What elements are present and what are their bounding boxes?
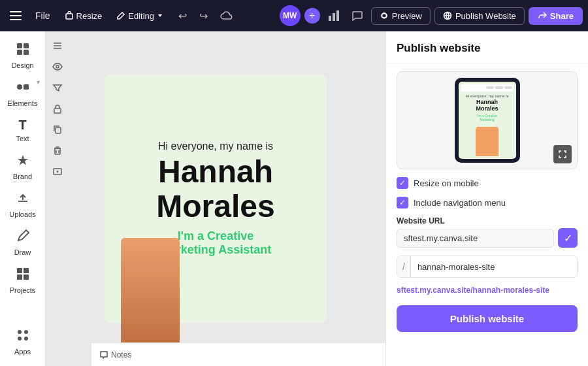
publish-website-action-button[interactable]: Publish website bbox=[397, 305, 578, 332]
expand-preview-button[interactable] bbox=[553, 145, 572, 163]
elements-icon bbox=[16, 80, 30, 97]
panel-body: Hi everyone, my name is Hannah Morales I… bbox=[386, 63, 588, 340]
website-preview-thumbnail: Hi everyone, my name is Hannah Morales I… bbox=[397, 71, 578, 169]
brand-icon bbox=[16, 153, 30, 171]
user-avatar[interactable]: MW bbox=[280, 5, 301, 26]
topbar: File Resize Editing ↩ ↪ MW + bbox=[0, 0, 588, 31]
notes-button[interactable]: Notes bbox=[99, 350, 131, 359]
bottom-bar: Notes Page 1 / 6 64% bbox=[91, 342, 385, 366]
sidebar-item-apps[interactable]: Apps bbox=[2, 323, 44, 361]
design-icon bbox=[16, 42, 30, 59]
draw-icon bbox=[16, 229, 30, 246]
save-status-icon bbox=[217, 6, 237, 25]
full-url-preview: sftest.my.canva.site/hannah-morales-site bbox=[397, 286, 578, 295]
svg-rect-17 bbox=[24, 268, 29, 273]
svg-rect-12 bbox=[17, 50, 22, 55]
svg-rect-18 bbox=[17, 274, 22, 280]
svg-rect-0 bbox=[10, 11, 22, 12]
svg-rect-13 bbox=[24, 50, 29, 55]
svg-rect-10 bbox=[17, 43, 22, 48]
svg-rect-11 bbox=[24, 43, 29, 48]
url-section-label: Website URL bbox=[397, 216, 578, 225]
add-collaborator-button[interactable]: + bbox=[304, 8, 320, 24]
sidebar-item-text[interactable]: T Text bbox=[2, 112, 44, 148]
svg-rect-2 bbox=[10, 19, 22, 20]
panel-title: Publish website bbox=[386, 31, 588, 63]
svg-point-14 bbox=[17, 84, 22, 90]
svg-rect-5 bbox=[333, 13, 335, 21]
svg-point-22 bbox=[18, 337, 22, 341]
sidebar-item-projects[interactable]: Projects bbox=[2, 261, 44, 299]
svg-rect-1 bbox=[10, 15, 22, 16]
url-base-display: sftest.my.canva.site bbox=[397, 229, 554, 248]
tablet-photo bbox=[476, 127, 498, 156]
sidebar-item-elements[interactable]: Elements ▾ bbox=[2, 75, 44, 112]
canvas-area: Hi everyone, my name is Hannah Morales I… bbox=[46, 31, 385, 366]
nav-menu-row[interactable]: ✓ Include navigation menu bbox=[397, 197, 578, 208]
nav-menu-checkbox[interactable]: ✓ bbox=[397, 197, 408, 208]
undo-button[interactable]: ↩ bbox=[172, 6, 192, 25]
text-icon: T bbox=[18, 118, 26, 133]
left-sidebar: Design Elements ▾ T Text Brand bbox=[0, 31, 46, 366]
person-photo bbox=[121, 238, 180, 342]
slug-input-wrapper: / bbox=[397, 256, 578, 278]
slug-input[interactable] bbox=[411, 257, 577, 277]
canvas-name-text: Hannah Morales bbox=[156, 155, 274, 224]
resize-mobile-row[interactable]: ✓ Resize on mobile bbox=[397, 177, 578, 189]
apps-icon bbox=[16, 328, 30, 346]
url-check-button[interactable]: ✓ bbox=[558, 228, 578, 248]
svg-rect-6 bbox=[336, 10, 339, 21]
url-base-row: sftest.my.canva.site ✓ bbox=[397, 228, 578, 248]
projects-icon bbox=[16, 267, 30, 284]
svg-rect-4 bbox=[329, 16, 331, 21]
publish-website-button[interactable]: Publish Website bbox=[434, 7, 525, 25]
tablet-subtitle: I'm a CreativeMarketing bbox=[477, 114, 497, 122]
svg-point-20 bbox=[18, 330, 22, 334]
slug-slash: / bbox=[397, 256, 411, 277]
sidebar-item-draw[interactable]: Draw bbox=[2, 224, 44, 261]
tablet-nav bbox=[461, 84, 514, 92]
undo-redo-group: ↩ ↪ bbox=[172, 6, 213, 25]
sidebar-item-uploads[interactable]: Uploads bbox=[2, 186, 44, 224]
topbar-right: MW + Preview Publish bbox=[280, 5, 583, 26]
uploads-icon bbox=[16, 191, 30, 208]
preview-button[interactable]: Preview bbox=[371, 7, 431, 25]
tablet-screen: Hi everyone, my name is Hannah Morales I… bbox=[459, 82, 516, 159]
url-section: Website URL sftest.my.canva.site ✓ bbox=[397, 216, 578, 248]
resize-mobile-checkbox[interactable]: ✓ bbox=[397, 177, 408, 189]
canvas-content: Hi everyone, my name is Hannah Morales I… bbox=[46, 31, 385, 366]
canvas-intro-text: Hi everyone, my name is bbox=[158, 141, 273, 152]
svg-rect-3 bbox=[66, 14, 73, 19]
file-menu-button[interactable]: File bbox=[30, 8, 56, 24]
comments-icon[interactable] bbox=[348, 6, 367, 25]
tablet-content: Hi everyone, my name is Hannah Morales I… bbox=[463, 92, 511, 124]
menu-button[interactable] bbox=[5, 5, 26, 26]
redo-button[interactable]: ↪ bbox=[193, 6, 213, 25]
svg-point-23 bbox=[24, 337, 28, 341]
svg-rect-16 bbox=[17, 268, 22, 273]
tablet-name: Hannah Morales bbox=[476, 99, 498, 112]
svg-point-21 bbox=[24, 330, 28, 334]
svg-rect-15 bbox=[24, 84, 29, 90]
topbar-left: File Resize Editing ↩ ↪ bbox=[5, 5, 274, 26]
editing-mode-button[interactable]: Editing bbox=[111, 8, 169, 24]
resize-button[interactable]: Resize bbox=[59, 8, 108, 24]
share-button[interactable]: Share bbox=[529, 7, 583, 25]
svg-rect-19 bbox=[24, 274, 29, 280]
tablet-intro: Hi everyone, my name is bbox=[465, 94, 508, 98]
sidebar-item-design[interactable]: Design bbox=[2, 37, 44, 75]
sidebar-item-brand[interactable]: Brand bbox=[2, 148, 44, 186]
publish-website-panel: Publish website Hi everyone, my name is … bbox=[385, 31, 588, 366]
main-layout: Design Elements ▾ T Text Brand bbox=[0, 31, 588, 366]
analytics-icon[interactable] bbox=[324, 6, 344, 25]
tablet-frame: Hi everyone, my name is Hannah Morales I… bbox=[455, 78, 520, 163]
